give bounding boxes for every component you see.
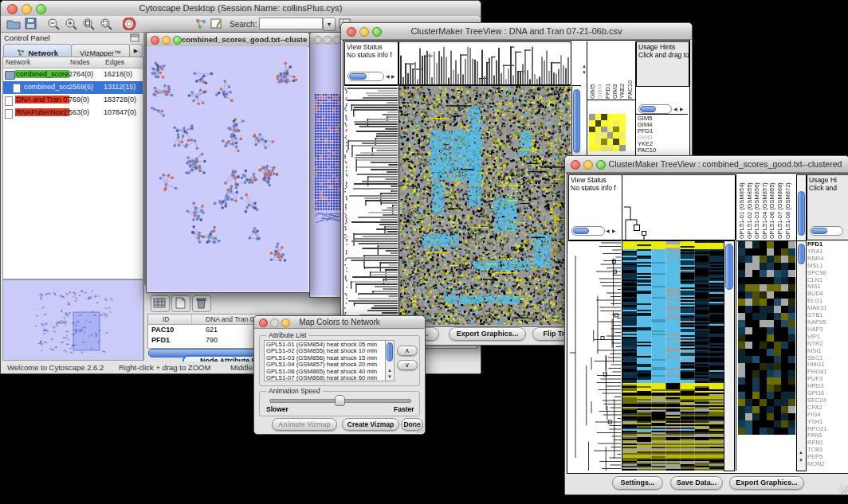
treeview1-titlebar[interactable]: ClusterMaker TreeView : DNA and Tran 07-… — [341, 23, 692, 40]
matrix-cell[interactable] — [619, 127, 626, 133]
gene-label[interactable]: PAC10 — [638, 147, 687, 154]
gene-label[interactable]: RPO21 — [807, 426, 847, 433]
gene-label[interactable]: CPA2 — [807, 404, 847, 412]
col-nodes[interactable]: Nodes — [70, 58, 90, 66]
animate-vizmap-button[interactable]: Animate Vizmap — [272, 418, 337, 431]
move-up-button[interactable]: ∧ — [397, 346, 418, 356]
gene-label[interactable]: YKE2 — [638, 141, 687, 147]
matrix-cell[interactable] — [607, 120, 614, 127]
tv2-contrast-slider[interactable] — [810, 226, 843, 236]
gene-label[interactable]: CLN1 — [807, 277, 847, 284]
matrix-cell[interactable] — [613, 120, 619, 127]
scroll-right-icon[interactable]: ▶ — [391, 74, 395, 79]
matrix-cell[interactable] — [589, 127, 595, 133]
matrix-cell[interactable] — [613, 145, 619, 151]
gene-label[interactable]: MSI1 — [807, 348, 847, 355]
network-overview[interactable] — [2, 279, 143, 361]
scroll-down-icon[interactable]: ▼ — [387, 374, 392, 379]
open-folder-icon[interactable] — [6, 18, 21, 29]
tv1-zoom-slider[interactable] — [347, 72, 384, 81]
matrix-cell[interactable] — [601, 114, 607, 120]
matrix-cell[interactable] — [619, 145, 626, 151]
desktop-titlebar[interactable]: Cytoscape Desktop (Session Name: collins… — [1, 1, 481, 17]
gene-label[interactable]: SEC1 — [807, 355, 847, 362]
matrix-cell[interactable] — [613, 132, 619, 139]
gene-label[interactable]: GIM3 — [638, 135, 687, 141]
annotation-icon[interactable] — [210, 18, 224, 30]
gene-label[interactable]: TCB3 — [807, 447, 847, 454]
matrix-cell[interactable] — [607, 139, 614, 145]
dialog-titlebar[interactable]: Map Colors to Network — [254, 316, 425, 329]
col-network[interactable]: Network — [6, 58, 30, 66]
gene-label[interactable]: BUD4 — [807, 291, 847, 298]
export-graphics-button[interactable]: Export Graphics... — [729, 476, 804, 490]
zoom-window-icon[interactable] — [173, 36, 182, 45]
tv2-column-dendrogram[interactable] — [622, 174, 736, 240]
gene-label[interactable]: RNR4 — [807, 256, 847, 263]
network-window-1-titlebar[interactable]: combined_scores_good.txt--cluste... — [147, 33, 309, 47]
scroll-right-icon[interactable]: ▶ — [612, 229, 616, 233]
close-icon[interactable] — [314, 36, 322, 44]
gene-label[interactable]: PFD1 — [638, 128, 687, 135]
tab-overflow-button[interactable]: ▶ — [129, 44, 143, 57]
gene-label[interactable]: MAK31 — [807, 305, 847, 312]
close-icon[interactable] — [571, 160, 580, 170]
network-window-1[interactable]: combined_scores_good.txt--cluste... — [146, 32, 310, 293]
matrix-cell[interactable] — [601, 120, 607, 127]
tv1-heatmap[interactable] — [398, 85, 571, 325]
matrix-cell[interactable] — [613, 139, 619, 145]
resize-grip[interactable] — [839, 485, 848, 494]
tv2-zoom-heatmap[interactable] — [738, 241, 795, 435]
gene-label[interactable]: NTR2 — [807, 341, 847, 348]
close-icon[interactable] — [151, 36, 159, 45]
gene-label[interactable]: NIS1 — [807, 283, 847, 291]
network-view-canvas[interactable] — [147, 46, 308, 291]
data-col-id[interactable]: ID — [163, 315, 170, 323]
gene-label[interactable]: GTB1 — [807, 312, 847, 319]
matrix-cell[interactable] — [613, 127, 619, 133]
minimize-icon[interactable] — [583, 160, 593, 170]
gene-label[interactable]: RPN1 — [807, 440, 847, 447]
scroll-up-icon[interactable]: ▲ — [582, 64, 587, 68]
gene-label[interactable]: PFD1 — [807, 241, 847, 248]
matrix-cell[interactable] — [619, 120, 626, 127]
new-attribute-button[interactable] — [171, 295, 190, 312]
tv2-labels-vscrollbar[interactable] — [796, 174, 807, 241]
tv1-column-dendrogram[interactable] — [398, 41, 571, 85]
search-dropdown-button[interactable]: ▼ — [323, 18, 336, 31]
matrix-cell[interactable] — [589, 120, 595, 127]
scroll-left-icon[interactable]: ◀ — [673, 107, 677, 111]
speed-slider-thumb[interactable] — [335, 395, 345, 406]
scroll-left-icon[interactable]: ◀ — [386, 74, 390, 79]
gene-label[interactable]: KAP95 — [807, 319, 847, 326]
network-table-row[interactable]: combined_sco2569(6)13112(15) — [3, 81, 143, 94]
gene-label[interactable]: ELG1 — [807, 298, 847, 305]
matrix-cell[interactable] — [601, 127, 607, 133]
matrix-cell[interactable] — [601, 139, 607, 145]
network-table-row[interactable]: combined_scores2764(0)16218(0) — [3, 68, 143, 81]
tv2-gene-list[interactable]: PFD1YRA1RNR4MSL1SPC98CLN1NIS1BUD4ELG1MAK… — [807, 241, 847, 470]
gene-label[interactable]: MSL1 — [807, 263, 847, 270]
matrix-cell[interactable] — [607, 145, 614, 151]
tv1-zoom-matrix[interactable] — [589, 114, 626, 151]
minimize-icon[interactable] — [324, 36, 332, 44]
zoom-out-icon[interactable] — [47, 18, 61, 30]
export-graphics-button[interactable]: Export Graphics... — [449, 327, 526, 341]
scroll-down-icon[interactable]: ▼ — [582, 70, 587, 75]
matrix-cell[interactable] — [607, 132, 614, 139]
scroll-up-icon[interactable]: ▲ — [799, 450, 803, 455]
gene-label[interactable]: PUF3 — [807, 376, 847, 383]
move-down-button[interactable]: ∨ — [397, 360, 418, 370]
search-input[interactable] — [259, 18, 323, 29]
tab-vizmapper[interactable]: VizMapper™ — [71, 44, 130, 57]
tv2-heatmap[interactable] — [622, 240, 724, 471]
delete-attribute-button[interactable] — [192, 295, 211, 312]
tv2-zoom-slider[interactable] — [571, 226, 605, 236]
tv1-contrast-slider[interactable] — [638, 104, 672, 114]
create-vizmap-button[interactable]: Create Vizmap — [342, 418, 399, 431]
gene-label[interactable]: HAP3 — [807, 326, 847, 334]
network-table-header[interactable]: Network Nodes Edges — [3, 57, 143, 68]
zoom-fit-icon[interactable] — [82, 18, 96, 30]
gene-label[interactable]: GIM4 — [638, 122, 687, 128]
float-panel-icon[interactable] — [130, 33, 139, 42]
